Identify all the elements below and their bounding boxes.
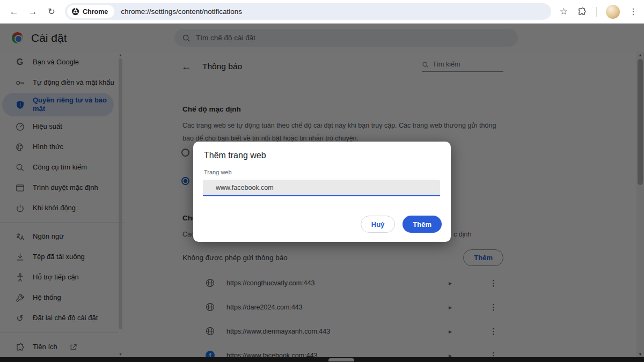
site-field-label: Trang web: [204, 169, 232, 175]
dialog-title: Thêm trang web: [204, 151, 266, 160]
reload-icon[interactable]: ↻: [44, 4, 59, 19]
cancel-button[interactable]: Huỷ: [361, 216, 396, 233]
profile-avatar[interactable]: [606, 5, 620, 19]
extensions-icon[interactable]: [577, 6, 587, 17]
chrome-icon: [71, 8, 79, 16]
back-icon[interactable]: ←: [6, 4, 21, 19]
site-url-input[interactable]: [203, 180, 440, 196]
screen: ← → ↻ Chrome chrome://settings/content/n…: [0, 0, 644, 362]
screen-bottom-bar: [0, 357, 644, 362]
chip-label: Chrome: [83, 8, 108, 16]
add-site-dialog: Thêm trang web Trang web Huỷ Thêm: [193, 142, 451, 242]
url-text[interactable]: chrome://settings/content/notifications: [121, 8, 242, 16]
forward-icon[interactable]: →: [25, 4, 40, 19]
browser-toolbar: ← → ↻ Chrome chrome://settings/content/n…: [0, 0, 644, 24]
taskbar-window-hint: [328, 358, 354, 361]
bookmark-star-icon[interactable]: ☆: [560, 6, 568, 17]
chrome-chip: Chrome: [67, 5, 114, 18]
address-bar[interactable]: Chrome chrome://settings/content/notific…: [65, 3, 551, 20]
confirm-add-button[interactable]: Thêm: [402, 216, 442, 233]
browser-menu-icon[interactable]: ⋮: [629, 6, 638, 17]
toolbar-separator: [596, 7, 597, 17]
